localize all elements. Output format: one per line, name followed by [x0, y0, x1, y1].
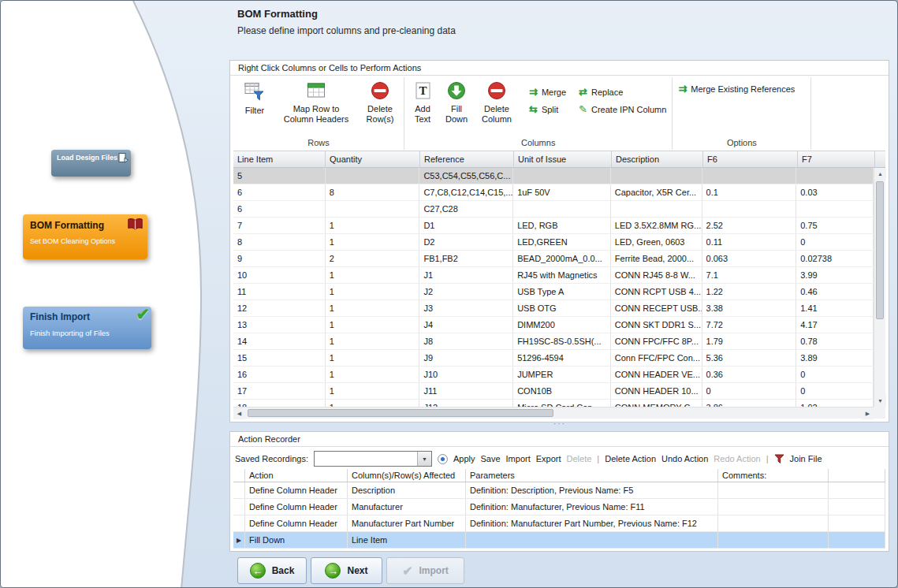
grid-cell[interactable]: RJ45 with Magnetics [513, 267, 611, 283]
grid-cell[interactable]: 0.11 [702, 234, 797, 250]
grid-cell[interactable]: CONN SKT DDR1 S... [611, 317, 702, 333]
grid-cell[interactable]: 5 [233, 168, 326, 184]
grid-cell[interactable]: Micro SD Card Con... [513, 400, 611, 407]
export-link[interactable]: Export [536, 454, 561, 463]
undo-action-link[interactable]: Undo Action [661, 454, 708, 463]
delete-column-button[interactable]: Delete Column [478, 79, 516, 125]
grid-cell[interactable]: 8 [326, 184, 420, 200]
grid-cell[interactable]: Capacitor, X5R Cer... [611, 184, 702, 200]
grid-cell[interactable]: 0.02738 [796, 251, 874, 266]
vertical-scrollbar[interactable]: ▲ ▼ [874, 168, 885, 407]
grid-cell[interactable]: CONN HEADER 10... [611, 383, 702, 399]
grid-cell[interactable]: 3.99 [796, 267, 874, 283]
grid-cell[interactable]: 13 [233, 317, 326, 333]
splitter-grip[interactable]: ··· [548, 422, 572, 428]
saved-recordings-combobox[interactable]: ▼ [314, 451, 432, 467]
grid-cell[interactable]: J4 [419, 317, 513, 333]
grid-cell[interactable] [611, 168, 702, 184]
grid-cell[interactable]: 1 [326, 317, 420, 333]
grid-cell[interactable]: 0.03 [796, 184, 874, 200]
wizard-step-finish-import[interactable]: Finish Import Finish Importing of Files … [23, 307, 151, 349]
merge-existing-references-button[interactable]: ⇉ Merge Existing References [678, 84, 795, 94]
next-button[interactable]: Next [311, 557, 382, 584]
map-row-to-column-headers-button[interactable]: Map Row to Column Headers [278, 79, 355, 125]
grid-cell[interactable] [326, 168, 420, 184]
grid-cell[interactable]: 4.17 [796, 317, 874, 333]
recorder-row[interactable]: Define Column HeaderManufacturer Part Nu… [233, 515, 885, 532]
table-row[interactable]: 68C7,C8,C12,C14,C15,...1uF 50VCapacitor,… [233, 184, 874, 201]
grid-cell[interactable]: CONN HEADER VE... [611, 367, 702, 382]
table-row[interactable]: 81D2LED,GREENLED, Green, 06030.110 [233, 234, 874, 251]
grid-cell[interactable]: 1.22 [702, 284, 797, 300]
row-selector[interactable]: ▶ [233, 532, 245, 548]
grid-cell[interactable]: 0 [702, 383, 797, 399]
table-row[interactable]: 151J951296-4594Conn FFC/FPC Con...5.363.… [233, 350, 874, 367]
vertical-scroll-thumb[interactable] [876, 181, 884, 319]
table-row[interactable]: 5C53,C54,C55,C56,C... [233, 168, 874, 184]
grid-cell[interactable]: 2 [326, 251, 420, 266]
row-selector[interactable] [233, 499, 245, 515]
grid-cell[interactable]: 0.063 [702, 251, 797, 266]
apply-link[interactable]: Apply [453, 454, 475, 463]
grid-cell[interactable]: CON10B [513, 383, 611, 399]
fill-down-button[interactable]: Fill Down [442, 79, 471, 125]
save-link[interactable]: Save [480, 454, 500, 463]
grid-cell[interactable]: USB Type A [513, 284, 611, 300]
grid-cell[interactable] [326, 201, 420, 217]
grid-cell[interactable]: 1 [326, 333, 420, 349]
grid-column-header[interactable]: F7 [798, 151, 875, 167]
filter-button[interactable]: Filter [239, 79, 270, 116]
recorder-cell[interactable]: Define Column Header [245, 515, 348, 531]
grid-cell[interactable]: 51296-4594 [513, 350, 611, 366]
grid-cell[interactable]: 1uF 50V [513, 184, 611, 200]
grid-cell[interactable]: 2.52 [702, 218, 797, 233]
grid-cell[interactable]: C53,C54,C55,C56,C... [419, 168, 513, 184]
table-row[interactable]: 71D1LED, RGBLED 3.5X2.8MM RG...2.520.75 [233, 218, 874, 234]
grid-cell[interactable]: D2 [419, 234, 513, 250]
table-row[interactable]: 161J10JUMPERCONN HEADER VE...0.360 [233, 367, 874, 383]
grid-cell[interactable]: 1.79 [702, 333, 797, 349]
grid-cell[interactable]: 1 [326, 367, 420, 382]
scroll-right-button[interactable]: ▶ [862, 408, 874, 419]
grid-cell[interactable]: LED 3.5X2.8MM RG... [611, 218, 702, 233]
grid-cell[interactable]: J8 [419, 333, 513, 349]
grid-cell[interactable]: CONN MEMORY C... [611, 400, 702, 407]
grid-cell[interactable]: LED, Green, 0603 [611, 234, 702, 250]
grid-cell[interactable]: 12 [233, 300, 326, 316]
grid-cell[interactable]: 11 [233, 284, 326, 300]
recorder-cell[interactable] [718, 515, 829, 531]
grid-cell[interactable]: 1 [326, 383, 420, 399]
apply-radio[interactable] [438, 454, 448, 464]
grid-cell[interactable]: 1.92 [796, 400, 874, 407]
grid-cell[interactable]: 0.75 [796, 218, 874, 233]
recorder-cell[interactable]: Define Column Header [245, 499, 348, 515]
grid-cell[interactable]: J3 [419, 300, 513, 316]
grid-cell[interactable]: 0 [796, 383, 874, 399]
table-row[interactable]: 121J3USB OTGCONN RECEPT USB...3.381.41 [233, 300, 874, 317]
join-file-link[interactable]: Join File [790, 454, 822, 463]
table-row[interactable]: 141J8FH19SC-8S-0.5SH(...CONN FPC/FFC 8P.… [233, 333, 874, 350]
split-button[interactable]: ⇆ Split [529, 101, 566, 117]
grid-cell[interactable]: 1.41 [796, 300, 874, 316]
row-selector[interactable] [233, 515, 245, 531]
horizontal-scrollbar[interactable]: ◀ ▶ [233, 407, 874, 419]
recorder-cell[interactable]: Definition: Manufacturer, Previous Name:… [466, 499, 718, 515]
grid-cell[interactable]: FB1,FB2 [419, 251, 513, 266]
grid-cell[interactable] [611, 201, 702, 217]
grid-cell[interactable]: CONN FPC/FFC 8P... [611, 333, 702, 349]
grid-cell[interactable]: CONN RCPT USB 4... [611, 284, 702, 300]
wizard-step-load-design-files[interactable]: Load Design Files [51, 150, 131, 177]
table-row[interactable]: 101J1RJ45 with MagneticsCONN RJ45 8-8 W.… [233, 267, 874, 284]
create-ipn-column-button[interactable]: ✎ Create IPN Column [579, 101, 666, 117]
grid-cell[interactable] [702, 168, 797, 184]
grid-cell[interactable]: CONN RJ45 8-8 W... [611, 267, 702, 283]
recorder-cell[interactable]: Manufacturer Part Number [348, 515, 466, 531]
recorder-cell[interactable]: Definition: Manufacturer Part Number, Pr… [466, 515, 718, 531]
grid-cell[interactable]: 7.72 [702, 317, 797, 333]
grid-cell[interactable]: 14 [233, 333, 326, 349]
wizard-step-bom-formatting[interactable]: BOM Formatting Set BOM Cleaning Options [23, 214, 147, 259]
grid-cell[interactable]: 3.38 [702, 300, 797, 316]
grid-cell[interactable] [702, 201, 797, 217]
delete-rows-button[interactable]: Delete Row(s) [362, 79, 398, 125]
table-row[interactable]: 131J4DIMM200CONN SKT DDR1 S...7.724.17 [233, 317, 874, 333]
